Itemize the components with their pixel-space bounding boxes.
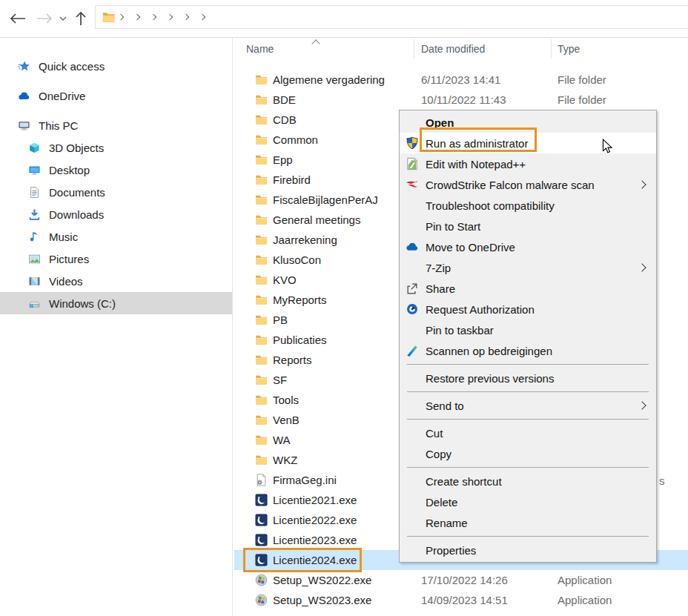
sidebar-item-label: Desktop: [49, 164, 90, 176]
file-name: WA: [273, 434, 291, 446]
explorer-toolbar: [0, 0, 688, 37]
file-row-algemene-vergadering[interactable]: Algemene vergadering 6/11/2023 14:41 Fil…: [233, 70, 688, 90]
licentie-app-icon: [255, 494, 268, 506]
file-type: File folder: [558, 93, 606, 106]
menu-item-label: Delete: [426, 496, 457, 509]
sort-ascending-icon: [311, 39, 320, 47]
menu-item-icon: [406, 323, 419, 337]
menu-item-restore-previous-versions[interactable]: Restore previous versions: [400, 368, 656, 388]
back-button[interactable]: [9, 12, 27, 25]
menu-item-scannen-op-bedreigingen[interactable]: Scannen op bedreigingen: [400, 340, 656, 361]
file-date-modified: 6/11/2023 14:41: [421, 73, 500, 86]
breadcrumb-chevron-icon: [118, 14, 124, 20]
menu-item-icon: [406, 261, 419, 274]
up-button[interactable]: [74, 11, 87, 26]
ini-file-icon: [255, 474, 268, 486]
menu-item-run-as-administrator[interactable]: Run as administrator: [400, 133, 656, 153]
file-name: Setup_WS2023.exe: [273, 594, 371, 606]
context-menu-items: Open Run as administrator Edit with Note…: [400, 112, 656, 560]
sidebar-item-desktop[interactable]: Desktop: [0, 159, 232, 181]
menu-item-delete[interactable]: Delete: [400, 491, 656, 512]
file-name: KlusoCon: [273, 254, 321, 266]
column-header-date-modified[interactable]: Date modified: [421, 38, 485, 60]
menu-item-pin-to-taskbar[interactable]: Pin to taskbar: [400, 319, 656, 340]
menu-item-send-to[interactable]: Send to: [400, 395, 656, 416]
recent-locations-dropdown-icon[interactable]: [58, 13, 68, 24]
navigation-pane: Quick access OneDrive This PC 3D Objects…: [0, 38, 232, 616]
folder-icon: [255, 354, 268, 366]
sidebar-item-this-pc[interactable]: This PC: [0, 114, 232, 136]
file-name: Jaarrekening: [273, 234, 337, 246]
picture-icon: [28, 253, 41, 265]
onedrive-cloud-icon: [406, 240, 419, 254]
menu-item-properties[interactable]: Properties: [400, 540, 656, 560]
defender-scan-icon: [406, 344, 419, 357]
file-name: Setup_WS2022.exe: [273, 574, 371, 586]
menu-item-icon: [406, 219, 419, 233]
menu-item-troubleshoot-compatibility[interactable]: Troubleshoot compatibility: [400, 195, 656, 216]
file-name: KVO: [273, 274, 297, 286]
sidebar-item-videos[interactable]: Videos: [0, 270, 232, 292]
column-separator[interactable]: [551, 39, 552, 59]
file-type: Application: [558, 574, 612, 586]
breadcrumb-chevron-icon: [167, 14, 173, 20]
menu-item-icon: [406, 447, 419, 460]
sidebar-item-pictures[interactable]: Pictures: [0, 248, 232, 270]
file-name: FiscaleBijlagenPerAJ: [273, 193, 378, 206]
menu-item-crowdstrike-falcon-malware-scan[interactable]: CrowdStrike Falcon malware scan: [400, 174, 656, 195]
file-row-setup-ws2023-exe[interactable]: Setup_WS2023.exe 14/09/2023 14:51 Applic…: [233, 590, 688, 610]
file-date-modified: 14/09/2023 14:51: [421, 594, 508, 606]
menu-item-cut[interactable]: Cut: [400, 423, 656, 443]
video-film-icon: [28, 275, 41, 288]
menu-separator: [407, 536, 649, 537]
file-name: General meetings: [273, 213, 360, 226]
menu-item-copy[interactable]: Copy: [400, 443, 656, 464]
sidebar-item-music[interactable]: Music: [0, 225, 232, 248]
folder-icon: [255, 113, 268, 126]
folder-icon: [255, 394, 268, 406]
menu-item-icon: [406, 495, 419, 509]
cube-3d-icon: [28, 142, 41, 154]
sidebar-item-label: Quick access: [39, 60, 105, 73]
menu-item-create-shortcut[interactable]: Create shortcut: [400, 471, 656, 491]
menu-item-open[interactable]: Open: [400, 112, 656, 133]
sidebar-item-downloads[interactable]: Downloads: [0, 203, 232, 225]
sidebar-item-documents[interactable]: Documents: [0, 181, 232, 203]
file-name: VenB: [273, 414, 300, 426]
sidebar-item-quick-access[interactable]: Quick access: [0, 55, 232, 77]
submenu-arrow-icon: [638, 180, 646, 188]
file-row-setup-ws2022-exe[interactable]: Setup_WS2022.exe 17/10/2022 14:26 Applic…: [233, 570, 688, 590]
breadcrumb: [115, 15, 208, 19]
forward-button[interactable]: [36, 12, 53, 25]
file-name: BDE: [273, 93, 296, 106]
menu-item-pin-to-start[interactable]: Pin to Start: [400, 216, 656, 236]
file-name: Algemene vergadering: [273, 73, 385, 86]
menu-item-request-authorization[interactable]: Request Authorization: [400, 299, 656, 319]
folder-icon: [255, 213, 268, 226]
breadcrumb-chevron-icon: [150, 14, 156, 20]
address-bar[interactable]: [95, 5, 688, 29]
column-separator[interactable]: [414, 39, 414, 59]
menu-item-edit-with-notepad[interactable]: Edit with Notepad++: [400, 153, 656, 174]
folder-icon: [255, 193, 268, 206]
file-row-bde[interactable]: BDE 10/11/2022 11:43 File folder: [233, 90, 688, 110]
column-header-type[interactable]: Type: [558, 38, 580, 60]
sidebar-item-windows-c[interactable]: Windows (C:): [0, 292, 232, 314]
menu-item-move-to-onedrive[interactable]: Move to OneDrive: [400, 236, 656, 257]
menu-separator: [407, 419, 649, 420]
folder-icon: [255, 73, 268, 86]
menu-item-label: Scannen op bedreigingen: [426, 345, 552, 357]
sidebar-item-onedrive[interactable]: OneDrive: [0, 85, 232, 107]
menu-item-7-zip[interactable]: 7-Zip: [400, 257, 656, 278]
column-header-name[interactable]: Name: [246, 38, 274, 60]
menu-item-icon: [406, 399, 419, 412]
menu-item-label: Run as administrator: [426, 137, 528, 150]
menu-item-share[interactable]: Share: [400, 278, 656, 299]
file-type: Application: [558, 594, 612, 606]
menu-item-rename[interactable]: Rename: [400, 512, 656, 533]
breadcrumb-chevron-icon: [183, 14, 189, 20]
menu-item-label: Troubleshoot compatibility: [426, 199, 555, 212]
folder-icon: [255, 454, 268, 466]
sidebar-item-3d-objects[interactable]: 3D Objects: [0, 136, 232, 159]
folder-icon: [255, 414, 268, 426]
